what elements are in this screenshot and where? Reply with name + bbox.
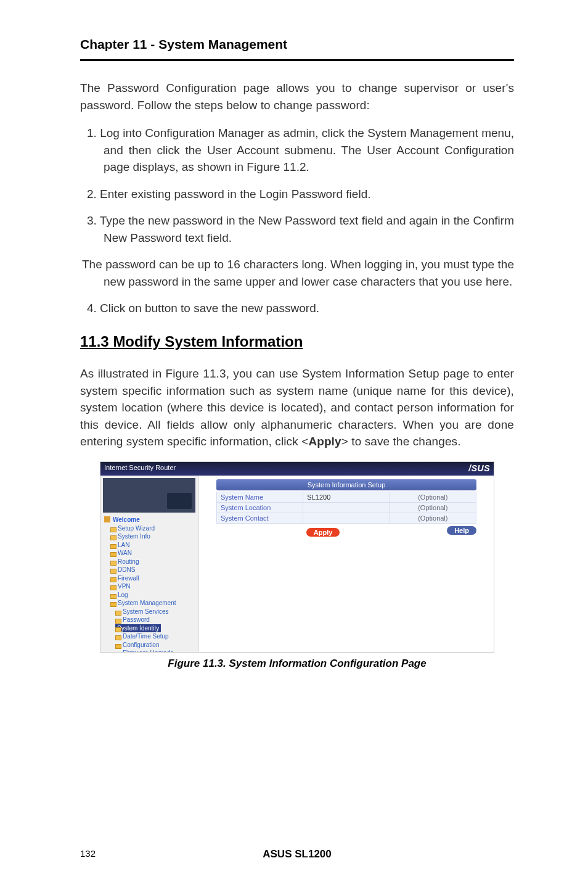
section-body: As illustrated in Figure 11.3, you can u… bbox=[80, 365, 514, 450]
tree-item[interactable]: Date/Time Setup bbox=[115, 632, 196, 641]
field-label: System Location bbox=[217, 502, 303, 513]
field-label: System Contact bbox=[217, 513, 303, 523]
screenshot-sidebar: Welcome Setup Wizard System Info LAN WAN… bbox=[100, 476, 199, 652]
screenshot-titlebar: Internet Security Router /SUS bbox=[100, 462, 494, 476]
screenshot-main: System Information Setup System Name SL1… bbox=[199, 476, 494, 652]
tree-system-management[interactable]: System Management bbox=[110, 599, 196, 608]
tree-root-label: Welcome bbox=[113, 516, 140, 523]
tree-item[interactable]: Firmware Upgrade bbox=[115, 649, 196, 653]
tree-item-selected[interactable]: System Identity bbox=[115, 624, 161, 633]
tree-item[interactable]: Firewall bbox=[110, 574, 196, 583]
device-thumbnail bbox=[103, 478, 195, 513]
chapter-title: Chapter 11 - System Management bbox=[80, 37, 514, 52]
asus-logo: /SUS bbox=[468, 463, 490, 473]
footer-product: ASUS SL1200 bbox=[263, 848, 332, 860]
system-contact-input[interactable] bbox=[303, 513, 390, 523]
nav-tree: Setup Wizard System Info LAN WAN Routing… bbox=[103, 524, 196, 608]
tree-item[interactable]: DDNS bbox=[110, 566, 196, 574]
tree-item[interactable]: Setup Wizard bbox=[110, 524, 196, 533]
intro-text: The Password Configuration page allows y… bbox=[80, 80, 514, 113]
tree-item[interactable]: Configuration bbox=[115, 641, 196, 650]
field-optional: (Optional) bbox=[390, 492, 476, 502]
tree-item[interactable]: System Info bbox=[110, 532, 196, 541]
step-3: 3. Type the new password in the New Pass… bbox=[80, 212, 514, 246]
page-number: 132 bbox=[80, 848, 96, 859]
figure-11-3: Internet Security Router /SUS Welcome Se… bbox=[100, 461, 494, 670]
tree-item[interactable]: Password bbox=[115, 616, 196, 624]
section-body-after: > to save the changes. bbox=[341, 435, 461, 448]
panel-title-bar: System Information Setup bbox=[216, 479, 476, 490]
step-1: 1. Log into Configuration Manager as adm… bbox=[80, 125, 514, 176]
field-optional: (Optional) bbox=[390, 502, 476, 513]
field-optional: (Optional) bbox=[390, 513, 476, 523]
window-title: Internet Security Router bbox=[104, 464, 176, 471]
tree-item[interactable]: LAN bbox=[110, 541, 196, 550]
system-name-input[interactable]: SL1200 bbox=[303, 492, 390, 502]
screenshot: Internet Security Router /SUS Welcome Se… bbox=[100, 461, 494, 653]
table-row: System Name SL1200 (Optional) bbox=[217, 492, 476, 502]
field-label: System Name bbox=[217, 492, 303, 502]
step-4: 4. Click on button to save the new passw… bbox=[80, 300, 514, 317]
tree-item[interactable]: VPN bbox=[110, 582, 196, 591]
apply-inline: Apply bbox=[308, 435, 341, 448]
header-rule bbox=[80, 59, 514, 61]
tree-item[interactable]: Log bbox=[110, 591, 196, 600]
table-row: System Location (Optional) bbox=[217, 502, 476, 513]
help-button[interactable]: Help bbox=[447, 526, 476, 535]
table-row: System Contact (Optional) bbox=[217, 513, 476, 523]
step-2: 2. Enter existing password in the Login … bbox=[80, 186, 514, 203]
tree-item[interactable]: Routing bbox=[110, 558, 196, 566]
home-icon bbox=[104, 516, 110, 522]
tree-root[interactable]: Welcome bbox=[104, 516, 196, 523]
system-info-table: System Name SL1200 (Optional) System Loc… bbox=[216, 492, 476, 524]
apply-button[interactable]: Apply bbox=[306, 528, 340, 537]
step-3-note: The password can be up to 16 characters … bbox=[80, 256, 514, 290]
page-footer: 132 ASUS SL1200 bbox=[80, 848, 514, 859]
tree-item[interactable]: System Services bbox=[115, 608, 196, 616]
system-location-input[interactable] bbox=[303, 502, 390, 513]
sm-subtree: System Services Password System Identity… bbox=[103, 608, 196, 653]
tree-item[interactable]: WAN bbox=[110, 549, 196, 558]
section-title: 11.3 Modify System Information bbox=[80, 333, 514, 350]
figure-caption: Figure 11.3. System Information Configur… bbox=[100, 658, 494, 670]
